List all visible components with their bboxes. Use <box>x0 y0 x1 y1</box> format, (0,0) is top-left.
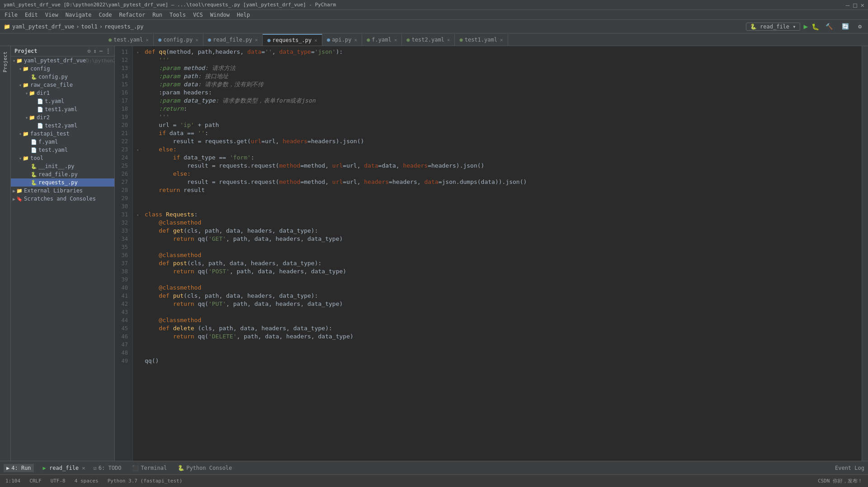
encoding[interactable]: UTF-8 <box>49 478 67 484</box>
tree-item-External-Libraries[interactable]: ▶📁External Libraries <box>11 187 114 195</box>
file-label[interactable]: requests_.py <box>104 23 144 30</box>
menu-item-edit[interactable]: Edit <box>22 11 41 19</box>
indent-info[interactable]: 4 spaces <box>73 478 100 484</box>
build-button[interactable]: 🔨 <box>823 22 835 31</box>
right-minimap[interactable] <box>862 46 868 461</box>
minimap-scroll[interactable] <box>863 46 868 461</box>
line-number-18: 18 <box>115 105 131 113</box>
run-button[interactable]: ▶ <box>804 22 808 31</box>
bottom-tab-0[interactable]: ▶ 4: Run <box>4 464 34 472</box>
code-text: :param data_type: 请求参数类型，表单form或者json <box>145 97 316 105</box>
tab-read_file.py[interactable]: ● read_file.py ✕ <box>203 34 263 46</box>
maximize-button[interactable]: □ <box>853 1 857 9</box>
menu-item-window[interactable]: Window <box>208 11 232 19</box>
bottom-tab-2[interactable]: ⬛ Terminal <box>129 464 170 472</box>
tree-item-test2-yaml[interactable]: 📄test2.yaml <box>11 122 114 130</box>
line-number-33: 33 <box>115 227 131 235</box>
tab-close-config.py[interactable]: ✕ <box>195 37 198 43</box>
bottom-run-label[interactable]: ▶ read_file ✕ <box>43 465 85 471</box>
sync-icon[interactable]: ↕ <box>94 48 97 54</box>
menu-item-vcs[interactable]: VCS <box>190 11 206 19</box>
line-number-22: 22 <box>115 137 131 145</box>
bottom-tab-3[interactable]: 🐍 Python Console <box>175 464 235 472</box>
tree-item-raw-case-file[interactable]: ▾📁raw_case_file <box>11 81 114 89</box>
tree-item-f-yaml[interactable]: 📄f.yaml <box>11 138 114 146</box>
tab-close-test1.yaml[interactable]: ✕ <box>500 37 503 43</box>
tree-item-test1-yaml[interactable]: 📄test1.yaml <box>11 105 114 113</box>
code-text: return qq('PUT', path, data, headers, da… <box>145 300 343 308</box>
tab-close-f.yaml[interactable]: ✕ <box>394 37 397 43</box>
tree-item-yaml-pytest-drf-vue[interactable]: ▾📁yaml_pytest_drf_vue D:\python2022 <box>11 56 114 65</box>
settings-icon[interactable]: ⋮ <box>105 48 111 54</box>
fold-gutter[interactable]: ▾ <box>137 211 143 219</box>
debug-button[interactable]: 🐛 <box>811 23 819 30</box>
collapse-icon[interactable]: – <box>99 48 103 54</box>
code-line-38: return qq('POST', path, data, headers, d… <box>137 267 862 276</box>
settings-button[interactable]: ⚙ <box>855 22 864 31</box>
line-number-41: 41 <box>115 292 131 300</box>
gear-icon[interactable]: ⚙ <box>87 48 90 54</box>
line-ending[interactable]: CRLF <box>28 478 43 484</box>
tree-item-name: requests_.py <box>38 179 78 186</box>
code-line-40: @classmethod <box>137 284 862 292</box>
tree-item-name: fastapi_test <box>30 131 70 137</box>
interpreter-info[interactable]: Python 3.7 (fastapi_test) <box>106 478 184 484</box>
fold-gutter[interactable]: ▾ <box>137 145 143 154</box>
arrow-icon: ▶ <box>13 197 15 201</box>
tab-close-read_file.py[interactable]: ✕ <box>255 37 258 43</box>
project-tool-button[interactable]: Project <box>1 48 9 76</box>
code-text: if data_type == 'form': <box>145 154 255 162</box>
code-content[interactable]: ▾def qq(method, path,headers, data='', d… <box>133 46 862 461</box>
menu-item-help[interactable]: Help <box>234 11 253 19</box>
tab-f.yaml[interactable]: ● f.yaml ✕ <box>362 34 402 46</box>
tree-item-read-file-py[interactable]: 🐍read_file.py <box>11 170 114 178</box>
file-icon: 🐍 <box>31 74 37 80</box>
run-config-label[interactable]: 🐍 read_file ▾ <box>746 23 800 31</box>
tab-icon-test1.yaml: ● <box>459 37 462 43</box>
code-line-21: if data == '': <box>137 129 862 137</box>
menu-item-file[interactable]: File <box>2 11 20 19</box>
tree-item-t-yaml[interactable]: 📄t.yaml <box>11 97 114 105</box>
menu-item-refactor[interactable]: Refactor <box>116 11 148 19</box>
tab-requests_.py[interactable]: ● requests_.py ✕ <box>263 34 322 46</box>
tree-item-tool[interactable]: ▾📁tool <box>11 154 114 162</box>
bottom-tab-1[interactable]: ☑ 6: TODO <box>91 464 124 472</box>
code-line-43 <box>137 308 862 316</box>
reload-button[interactable]: 🔄 <box>839 22 852 31</box>
tree-item-dir1[interactable]: ▾📁dir1 <box>11 89 114 97</box>
line-number-36: 36 <box>115 251 131 259</box>
line-number-30: 30 <box>115 202 131 211</box>
project-label[interactable]: yaml_pytest_drf_vue <box>12 23 74 30</box>
close-button[interactable]: ✕ <box>861 1 864 9</box>
cursor-position[interactable]: 1:104 <box>4 478 22 484</box>
tree-item-config[interactable]: ▾📁config <box>11 65 114 73</box>
tool-label[interactable]: tool1 <box>81 23 98 30</box>
close-run-icon[interactable]: ✕ <box>82 465 85 471</box>
tree-item-requests--py[interactable]: 🐍requests_.py <box>11 178 114 187</box>
tree-item-Scratches-and-Consoles[interactable]: ▶🔖Scratches and Consoles <box>11 195 114 203</box>
menu-item-tools[interactable]: Tools <box>167 11 189 19</box>
tab-close-api.py[interactable]: ✕ <box>354 37 358 43</box>
tree-item-config-py[interactable]: 🐍config.py <box>11 73 114 81</box>
event-log-button[interactable]: Event Log <box>835 465 864 471</box>
tab-api.py[interactable]: ● api.py ✕ <box>322 34 362 46</box>
menu-item-code[interactable]: Code <box>96 11 115 19</box>
minimize-button[interactable]: — <box>846 1 849 9</box>
tree-item-name: tool <box>30 155 43 161</box>
fold-gutter[interactable]: ▾ <box>137 48 143 56</box>
tab-test.yaml[interactable]: ● test.yaml ✕ <box>104 34 154 46</box>
tab-close-requests_.py[interactable]: ✕ <box>314 37 317 43</box>
menu-item-run[interactable]: Run <box>150 11 165 19</box>
tab-close-test.yaml[interactable]: ✕ <box>146 37 149 43</box>
tab-test1.yaml[interactable]: ● test1.yaml ✕ <box>455 34 508 46</box>
tree-item---init---py[interactable]: 🐍__init__.py <box>11 162 114 170</box>
tab-close-test2.yaml[interactable]: ✕ <box>447 37 450 43</box>
code-line-44: @classmethod <box>137 316 862 324</box>
tab-test2.yaml[interactable]: ● test2.yaml ✕ <box>402 34 455 46</box>
menu-item-navigate[interactable]: Navigate <box>63 11 94 19</box>
menu-item-view[interactable]: View <box>42 11 61 19</box>
tree-item-fastapi-test[interactable]: ▾📁fastapi_test <box>11 130 114 138</box>
tree-item-dir2[interactable]: ▾📁dir2 <box>11 113 114 122</box>
tab-config.py[interactable]: ● config.py ✕ <box>154 34 203 46</box>
tree-item-test-yaml[interactable]: 📄test.yaml <box>11 146 114 154</box>
